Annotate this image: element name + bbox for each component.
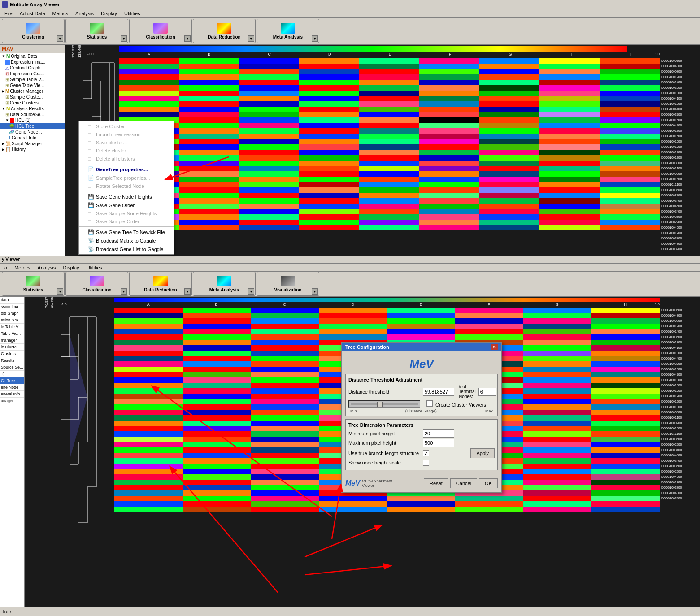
dialog-footer: MeV Multi-ExperimentViewer Reset Cancel … [342,477,501,492]
reset-button[interactable]: Reset [424,478,448,488]
bottom-sidebar-le-cluster[interactable]: le Cluste... [0,344,24,351]
gene-label: ID00G1001600 [660,177,700,182]
store-cluster-icon: □ [88,124,94,129]
bottom-sidebar-ssion-ima[interactable]: ssion Ima... [0,304,24,310]
bottom-menu-utilities[interactable]: Utilities [83,265,106,271]
menu-file[interactable]: File [1,10,16,17]
ctx-save-newick[interactable]: 💾 Save Gene Tree To Newick File [79,228,174,236]
bottom-menu-metrics[interactable]: Metrics [11,265,34,271]
ctx-broadcast-gene-list[interactable]: 📡 Broadcast Gene List to Gaggle [79,245,174,253]
bottom-gene-label: ID00G1003500 [660,334,700,340]
clustering-dropdown[interactable]: ▼ [57,35,63,42]
ctx-save-gene-order[interactable]: 💾 Save Gene Order [79,201,174,209]
bottom-sidebar-manager[interactable]: manager [0,337,24,344]
bottom-statistics-dropdown[interactable]: ▼ [57,288,63,295]
statistics-icon [90,23,104,34]
menu-adjust-data[interactable]: Adjust Data [16,10,49,17]
bottom-gene-label: ID00G1001600 [660,426,700,431]
bottom-sidebar-ene-node[interactable]: ene Node [0,384,24,391]
terminal-nodes-input[interactable] [478,388,496,396]
bottom-menu-analysis[interactable]: Analysis [34,265,60,271]
menu-utilities[interactable]: Utilities [121,10,143,17]
sidebar-item-sample-table[interactable]: ⊞ Sample Table V... [0,77,65,82]
bottom-meta-analysis-button[interactable]: Meta Analysis ▼ [193,272,256,296]
sidebar-item-expression-image[interactable]: Expression Ima... [0,59,65,65]
sidebar-item-original-data[interactable]: ▼ M Original Data [0,53,65,59]
bottom-sidebar-results[interactable]: Results [0,357,24,364]
save-gene-heights-icon: 💾 [88,194,94,200]
dialog-close-button[interactable]: ✕ [491,344,498,350]
sidebar-item-general-info[interactable]: ℹ General Info... [0,135,65,141]
bottom-sidebar-clusters[interactable]: Clusters [0,351,24,357]
min-pixel-input[interactable] [423,429,454,438]
bottom-meta-analysis-dropdown[interactable]: ▼ [248,288,254,295]
bottom-classification-button[interactable]: Classification ▼ [65,272,128,296]
sidebar-item-gene-clusters[interactable]: ⊞ Gene Clusters [0,100,65,106]
sidebar-item-analysis-results[interactable]: ▼ M Analysis Results [0,106,65,112]
menu-metrics[interactable]: Metrics [49,10,72,17]
bottom-sidebar-ssion-gra[interactable]: ssion Gra... [0,317,24,324]
bottom-sidebar-hcl-tree[interactable]: CL Tree [0,377,24,384]
sidebar-item-expression-graph[interactable]: ⊠ Expression Gra... [0,71,65,77]
meta-analysis-dropdown[interactable]: ▼ [312,35,318,42]
apply-button[interactable]: Apply [470,448,495,458]
sidebar-item-gene-node[interactable]: 🧬 Gene Node... [0,129,65,135]
menu-display[interactable]: Display [97,10,121,17]
ctx-sep1 [79,164,174,164]
classification-button[interactable]: Classification ▼ [129,19,192,43]
create-cluster-checkbox[interactable] [426,400,433,407]
clustering-label: Clustering [22,35,44,39]
branch-length-checkbox[interactable]: ✓ [423,450,429,456]
ctx-broadcast-matrix[interactable]: 📡 Broadcast Matrix to Gaggle [79,236,174,245]
bottom-sidebar-data[interactable]: data [0,297,24,304]
bottom-gene-label: ID00G1002200 [660,442,700,447]
bottom-sidebar-anager[interactable]: anager [0,398,24,404]
sidebar-item-hcl[interactable]: ▼ HCL (1) [0,117,65,123]
statistics-dropdown[interactable]: ▼ [121,35,127,42]
bottom-menu-a[interactable]: a [1,265,11,271]
distance-threshold-input[interactable] [423,388,454,396]
sidebar-item-gene-table[interactable]: ⊞ Gene Table Vie... [0,82,65,88]
bottom-sidebar-1[interactable]: 1) [0,371,24,377]
slider-thumb[interactable] [377,402,383,407]
bottom-sidebar-eneral-info[interactable]: eneral Info [0,391,24,398]
bottom-data-reduction-button[interactable]: Data Reduction ▼ [129,272,192,296]
distance-slider[interactable] [348,400,420,408]
bottom-visualization-dropdown[interactable]: ▼ [312,288,318,295]
bottom-gene-label: ID00G1001700 [660,394,700,399]
bottom-data-reduction-dropdown[interactable]: ▼ [184,288,191,295]
max-pixel-input[interactable] [423,439,454,447]
sidebar-item-cluster-manager[interactable]: ▶ M Cluster Manager [0,88,65,94]
sidebar-item-data-source[interactable]: ⊞ Data Source Se... [0,112,65,117]
statistics-button[interactable]: Statistics ▼ [65,19,128,43]
sidebar-item-hcl-tree[interactable]: 🌳 HCL Tree [0,123,65,129]
dialog-footer-buttons: Reset Cancel OK [424,478,498,488]
gene-label: ID00G1004000 [660,225,700,230]
menu-analysis[interactable]: Analysis [72,10,97,17]
bottom-sidebar-oid-graph[interactable]: oid Graph [0,310,24,317]
data-reduction-button[interactable]: Data Reduction ▼ [193,19,256,43]
meta-analysis-button[interactable]: Meta Analysis ▼ [257,19,319,43]
cancel-button[interactable]: Cancel [450,478,477,488]
dialog-logo: MeV [345,357,498,371]
ok-button[interactable]: OK [479,478,498,488]
ctx-save-gene-heights[interactable]: 💾 Save Gene Node Heights [79,192,174,201]
bottom-statistics-button[interactable]: Statistics ▼ [2,272,65,296]
sidebar-item-centroid-graph[interactable]: △ Centroid Graph [0,65,65,71]
bottom-menu-display[interactable]: Display [60,265,83,271]
data-reduction-dropdown[interactable]: ▼ [248,35,254,42]
bottom-sidebar-le-table[interactable]: le Table V... [0,324,24,330]
sidebar-item-sample-cluster[interactable]: ⊞ Sample Cluste... [0,94,65,100]
sidebar-item-history[interactable]: ▶ 📋 History [0,147,65,152]
sidebar-item-script-manager[interactable]: ▶ 📜 Script Manager [0,141,65,147]
node-height-checkbox[interactable] [423,460,429,466]
bottom-visualization-button[interactable]: Visualization ▼ [257,272,319,296]
sampletree-icon: 📄 [88,175,94,181]
bottom-sidebar-table-vie[interactable]: Table Vie... [0,330,24,337]
bottom-sidebar-source-se[interactable]: Source Se... [0,364,24,371]
clustering-button[interactable]: Clustering ▼ [2,19,65,43]
bottom-title-bar: y Viewer [0,256,700,264]
bottom-classification-dropdown[interactable]: ▼ [121,288,127,295]
ctx-genetree-properties[interactable]: 📄 GeneTree properties... [79,165,174,174]
classification-dropdown[interactable]: ▼ [184,35,191,42]
